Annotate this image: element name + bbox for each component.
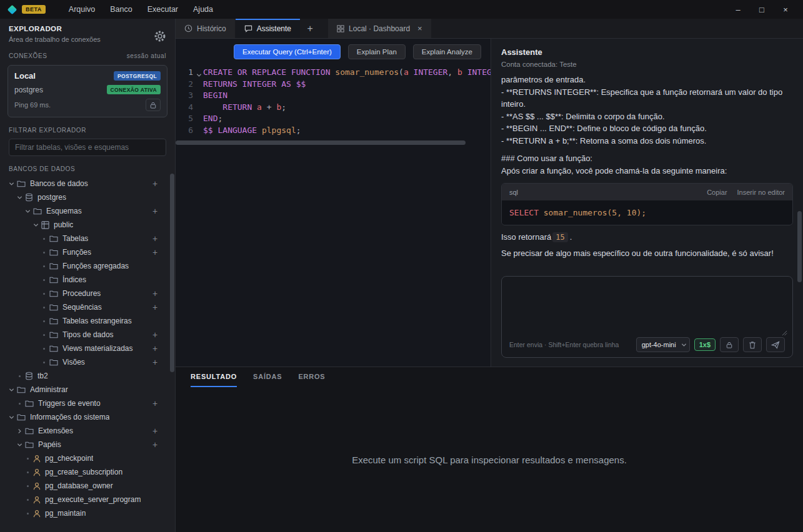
code-line-3[interactable]: 3BEGIN	[176, 90, 491, 102]
privacy-lock-button[interactable]	[720, 337, 739, 352]
assistant-text-line: - **BEGIN ... END**: Define o bloco de c…	[501, 122, 793, 135]
add-icon[interactable]: +	[150, 357, 160, 367]
tree-item-procedures[interactable]: Procedures+	[0, 287, 175, 300]
tree-item-pg-execute-server-program[interactable]: pg_execute_server_program	[0, 493, 175, 506]
tree-item-pg-maintain[interactable]: pg_maintain	[0, 506, 175, 520]
add-icon[interactable]: +	[150, 234, 160, 244]
add-icon[interactable]: +	[150, 288, 160, 298]
bullet-icon	[39, 307, 49, 308]
tree-item-funcoes[interactable]: Funções+	[0, 245, 175, 259]
tree-item-pg-database-owner[interactable]: pg_database_owner	[0, 479, 175, 493]
code-line-4[interactable]: 4 RETURN a + b;	[176, 102, 491, 114]
tree-item-tb2[interactable]: tb2	[0, 369, 175, 383]
gear-icon[interactable]	[153, 29, 167, 43]
run-query-button[interactable]: Executar Query (Ctrl+Enter)	[234, 44, 341, 59]
bullet-icon	[39, 293, 49, 295]
tree-item-public[interactable]: public	[0, 218, 175, 232]
tree-item-tabelas-estrangeiras[interactable]: Tabelas estrangeiras	[0, 314, 175, 328]
database-tree: Bancos de dados+postgresEsquemas+publicT…	[0, 177, 175, 520]
send-button[interactable]	[766, 337, 785, 352]
code-line-5[interactable]: 5END;	[176, 113, 491, 125]
add-icon[interactable]: +	[150, 206, 160, 216]
tree-item-funcoes-agregadas[interactable]: Funções agregadas	[0, 259, 175, 273]
tab-historico[interactable]: Histórico	[176, 19, 236, 38]
assistant-text-line: - **RETURN a + b;**: Retorna a soma dos …	[501, 135, 793, 147]
copy-button[interactable]: Copiar	[707, 189, 727, 196]
explain-analyze-button[interactable]: Explain Analyze	[413, 44, 481, 59]
close-icon[interactable]: ×	[417, 24, 422, 33]
tree-item-informacoes-do-sistema[interactable]: Informações do sistema	[0, 410, 175, 424]
tree-item-pg-checkpoint[interactable]: pg_checkpoint	[0, 451, 175, 465]
menu-banco[interactable]: Banco	[103, 3, 139, 16]
add-icon[interactable]: +	[150, 302, 160, 312]
sidebar-subtitle: Área de trabalho de conexões	[9, 36, 166, 43]
add-icon[interactable]: +	[150, 330, 160, 340]
assistant-text-line: Após criar a função, você pode chamá-la …	[501, 165, 793, 177]
menu-ajuda[interactable]: Ajuda	[186, 3, 220, 16]
filter-input[interactable]	[9, 139, 166, 156]
minimize-button[interactable]: –	[727, 1, 749, 17]
bullet-icon	[22, 485, 32, 487]
editor-hscrollbar	[176, 140, 491, 145]
folder-icon	[25, 400, 34, 407]
resize-handle-icon[interactable]	[782, 330, 787, 336]
maximize-button[interactable]: □	[751, 1, 773, 17]
tree-item-bancos-de-dados[interactable]: Bancos de dados+	[0, 177, 175, 190]
folder-icon	[49, 303, 58, 311]
bullet-icon	[39, 265, 49, 267]
add-icon[interactable]: +	[150, 247, 160, 257]
tree-item-extensoes[interactable]: Extensões+	[0, 424, 175, 438]
tree-item-tabelas[interactable]: Tabelas+	[0, 232, 175, 245]
add-icon[interactable]: +	[150, 398, 160, 408]
code-editor[interactable]: 1CREATE OR REPLACE FUNCTION somar_numero…	[176, 64, 491, 136]
assistant-title: Assistente	[501, 47, 793, 57]
add-icon[interactable]: +	[150, 426, 160, 436]
folder-icon	[49, 345, 58, 352]
insert-editor-button[interactable]: Inserir no editor	[737, 189, 785, 196]
clear-chat-button[interactable]	[743, 337, 762, 352]
bullet-icon	[14, 375, 24, 377]
model-select[interactable]: gpt-4o-mini	[636, 337, 690, 352]
tree-item-sequencias[interactable]: Sequências+	[0, 300, 175, 314]
code-line-2[interactable]: 2RETURNS INTEGER AS $$	[176, 79, 491, 91]
assistant-input[interactable]	[509, 282, 785, 332]
connection-card[interactable]: Local POSTGRESQL postgres CONEXÃO ATIVA …	[7, 65, 167, 117]
tree-item-postgres[interactable]: postgres	[0, 190, 175, 204]
bullet-icon	[39, 238, 49, 240]
menu-executar[interactable]: Executar	[141, 3, 185, 16]
hscrollbar-thumb[interactable]	[176, 140, 466, 145]
assistant-code[interactable]: SELECT somar_numeros(5, 10);	[502, 200, 792, 225]
lock-button[interactable]	[146, 99, 161, 111]
assistant-scrollbar[interactable]	[797, 211, 802, 282]
tree-item-papeis[interactable]: Papéis+	[0, 438, 175, 451]
results-tab-resultado[interactable]: RESULTADO	[191, 367, 237, 387]
results-tab-saidas[interactable]: SAÍDAS	[253, 367, 282, 387]
tree-item-esquemas[interactable]: Esquemas+	[0, 204, 175, 218]
sidebar-scrollbar[interactable]	[170, 174, 174, 372]
schema-icon	[41, 221, 49, 229]
folder-icon	[17, 386, 26, 393]
tree-item-tipos-de-dados[interactable]: Tipos de dados+	[0, 328, 175, 342]
add-icon[interactable]: +	[150, 440, 160, 450]
explain-plan-button[interactable]: Explain Plan	[348, 44, 406, 59]
tab-assistente[interactable]: Assistente	[236, 19, 301, 38]
tab-local-dashboard[interactable]: Local · Dashboard×	[328, 19, 432, 38]
code-line-1[interactable]: 1CREATE OR REPLACE FUNCTION somar_numero…	[176, 67, 491, 79]
assistant-code-block: sql Copiar Inserir no editor SELECT soma…	[501, 183, 793, 225]
tree-item-administrar[interactable]: Administrar	[0, 383, 175, 397]
results-tab-erros[interactable]: ERROS	[298, 367, 325, 387]
tree-item-pg-create-subscription[interactable]: pg_create_subscription	[0, 465, 175, 479]
tree-item-views-materializadas[interactable]: Views materializadas+	[0, 342, 175, 355]
menu-arquivo[interactable]: Arquivo	[62, 3, 102, 16]
bullet-icon	[39, 279, 49, 281]
add-icon[interactable]: +	[150, 179, 160, 189]
tree-item-visoes[interactable]: Visões+	[0, 355, 175, 369]
close-button[interactable]: ×	[774, 1, 797, 17]
tree-item-indices[interactable]: Índices	[0, 273, 175, 287]
code-line-6[interactable]: 6$$ LANGUAGE plpgsql;	[176, 125, 491, 137]
add-icon[interactable]: +	[150, 343, 160, 353]
postgresql-badge: POSTGRESQL	[114, 71, 161, 81]
new-tab-button[interactable]: +	[301, 19, 319, 38]
tree-item-triggers-de-evento[interactable]: Triggers de evento+	[0, 397, 175, 410]
price-badge: 1x$	[694, 338, 716, 351]
